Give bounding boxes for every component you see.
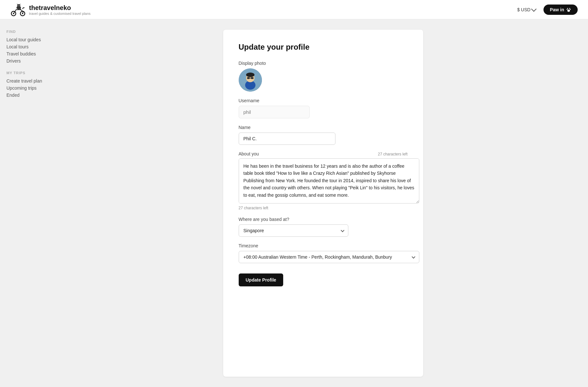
username-display: phil xyxy=(239,106,310,118)
sidebar-item-local-tours[interactable]: Local tours xyxy=(6,43,52,50)
based-select[interactable]: Singapore Australia United States United… xyxy=(239,224,348,237)
update-btn-label: Update Profile xyxy=(246,277,276,283)
page-title: Update your profile xyxy=(239,43,408,52)
svg-point-14 xyxy=(567,9,570,12)
about-textarea-wrapper xyxy=(239,158,419,204)
timezone-label: Timezone xyxy=(239,243,408,248)
about-label: About you xyxy=(239,151,259,156)
name-input[interactable] xyxy=(239,133,335,145)
svg-point-8 xyxy=(18,5,18,6)
sidebar-item-create-travel-plan[interactable]: Create travel plan xyxy=(6,77,52,84)
logo-icon xyxy=(10,2,26,17)
find-section-label: FIND xyxy=(6,30,52,34)
about-textarea[interactable] xyxy=(239,158,419,203)
paw-icon xyxy=(566,7,571,12)
sidebar: FIND Local tour guides Local tours Trave… xyxy=(0,19,58,387)
avatar[interactable] xyxy=(239,68,262,92)
svg-point-11 xyxy=(569,8,570,9)
my-trips-section-label: MY TRIPS xyxy=(6,71,52,75)
main-content: Update your profile Display photo xyxy=(58,19,588,387)
chevron-down-icon xyxy=(531,6,536,12)
based-label: Where are you based at? xyxy=(239,217,408,222)
svg-point-10 xyxy=(567,8,568,9)
sidebar-item-travel-buddies[interactable]: Travel buddies xyxy=(6,50,52,57)
paw-in-button[interactable]: Paw in xyxy=(543,5,578,15)
avatar-image xyxy=(239,68,262,92)
sidebar-item-ended[interactable]: Ended xyxy=(6,92,52,99)
display-photo-label: Display photo xyxy=(239,61,408,66)
paw-in-label: Paw in xyxy=(550,7,564,12)
svg-rect-20 xyxy=(251,77,254,79)
name-label: Name xyxy=(239,125,408,130)
sidebar-item-local-tour-guides[interactable]: Local tour guides xyxy=(6,36,52,43)
logo[interactable]: thetravelneko travel guides & customised… xyxy=(10,2,91,17)
timezone-select[interactable]: +08:00 Australian Western Time - Perth, … xyxy=(239,251,419,263)
based-section: Where are you based at? Singapore Austra… xyxy=(239,217,408,237)
svg-point-12 xyxy=(567,9,568,10)
svg-point-9 xyxy=(19,5,20,6)
timezone-select-wrapper: +08:00 Australian Western Time - Perth, … xyxy=(239,251,419,263)
logo-title: thetravelneko xyxy=(29,4,91,12)
profile-card: Update your profile Display photo xyxy=(223,30,423,377)
main-layout: FIND Local tour guides Local tours Trave… xyxy=(0,19,588,387)
username-label: Username xyxy=(239,98,408,103)
svg-rect-21 xyxy=(249,78,251,78)
based-select-wrapper: Singapore Australia United States United… xyxy=(239,224,348,237)
logo-subtitle: travel guides & customised travel plans xyxy=(29,12,91,15)
chars-left-bottom: 27 characters left xyxy=(239,206,408,210)
logo-text: thetravelneko travel guides & customised… xyxy=(29,4,91,15)
about-section: About you 27 characters left 27 characte… xyxy=(239,151,408,210)
svg-point-13 xyxy=(570,9,571,10)
name-section: Name xyxy=(239,125,408,145)
display-photo-section: Display photo xyxy=(239,61,408,92)
timezone-section: Timezone +08:00 Australian Western Time … xyxy=(239,243,408,263)
currency-label: $ USD xyxy=(517,7,530,12)
update-profile-button[interactable]: Update Profile xyxy=(239,273,284,286)
svg-rect-19 xyxy=(247,77,250,79)
username-value: phil xyxy=(244,109,251,115)
header-right: $ USD Paw in xyxy=(514,5,578,15)
sidebar-item-upcoming-trips[interactable]: Upcoming trips xyxy=(6,84,52,92)
currency-selector[interactable]: $ USD xyxy=(514,5,538,14)
username-section: Username phil xyxy=(239,98,408,118)
about-header: About you 27 characters left xyxy=(239,151,408,156)
svg-point-18 xyxy=(246,73,254,77)
sidebar-item-drivers[interactable]: Drivers xyxy=(6,57,52,64)
chars-left-top: 27 characters left xyxy=(378,152,407,156)
header: thetravelneko travel guides & customised… xyxy=(0,0,588,19)
